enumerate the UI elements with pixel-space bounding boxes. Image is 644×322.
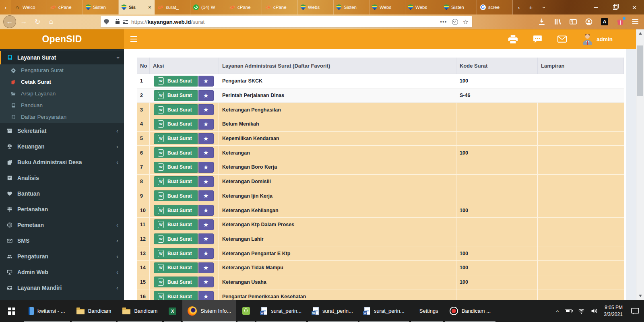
buat-surat-button[interactable]: Buat Surat xyxy=(154,76,198,87)
menu-hamburger-icon[interactable] xyxy=(632,19,638,24)
sidebar-toggle-icon[interactable] xyxy=(570,18,577,25)
tab-scroll-left-icon[interactable]: ‹ xyxy=(0,0,11,14)
print-icon[interactable] xyxy=(508,35,518,43)
taskbar-item[interactable]: Bandicam xyxy=(71,300,117,322)
browser-tab[interactable]: Webs xyxy=(405,0,441,14)
sidebar-item[interactable]: Layanan Surat ‹ xyxy=(0,51,124,64)
taskbar-item[interactable]: surat_perin... xyxy=(359,300,410,322)
whats-new-gift-icon[interactable] xyxy=(617,18,624,25)
taskbar-clock[interactable]: 9:05 PM 3/3/2021 xyxy=(604,304,623,317)
favorite-star-button[interactable] xyxy=(198,291,214,300)
buat-surat-button[interactable]: Buat Surat xyxy=(154,219,198,230)
buat-surat-button[interactable]: Buat Surat xyxy=(154,147,198,158)
sidebar-collapse-icon[interactable] xyxy=(130,36,137,42)
buat-surat-button[interactable]: Buat Surat xyxy=(154,291,198,300)
taskbar-item[interactable]: Bandicam xyxy=(117,300,163,322)
lock-icon[interactable] xyxy=(116,21,120,24)
buat-surat-button[interactable]: Buat Surat xyxy=(154,190,198,201)
sidebar-item[interactable]: Daftar Persyaratan xyxy=(0,111,124,123)
tray-expand-icon[interactable]: ‹ xyxy=(555,310,561,312)
taskbar-item[interactable]: Bandicam ... xyxy=(444,300,496,322)
favorite-star-button[interactable] xyxy=(198,205,214,216)
browser-tab[interactable]: Webs xyxy=(369,0,405,14)
library-icon[interactable] xyxy=(554,18,561,25)
sidebar-item[interactable]: Cetak Surat xyxy=(0,76,124,88)
browser-tab[interactable]: Webs xyxy=(298,0,334,14)
browser-tab[interactable]: Sisten xyxy=(334,0,369,14)
taskbar-item[interactable]: surat_perin... xyxy=(308,300,358,322)
app-logo[interactable]: OpenSID xyxy=(0,29,124,49)
buat-surat-button[interactable]: Buat Surat xyxy=(154,248,198,259)
buat-surat-button[interactable]: Buat Surat xyxy=(154,262,198,273)
window-restore-button[interactable] xyxy=(605,0,625,14)
sidebar-item[interactable]: Sekretariat ‹ xyxy=(0,123,124,138)
sidebar-item[interactable]: Keuangan ‹ xyxy=(0,138,124,154)
taskbar-item[interactable] xyxy=(163,300,182,322)
browser-tab[interactable]: cPane xyxy=(262,0,298,14)
favorite-star-button[interactable] xyxy=(198,248,214,259)
favorite-star-button[interactable] xyxy=(198,162,214,173)
scroll-down-arrow-icon[interactable] xyxy=(636,293,644,299)
buat-surat-button[interactable]: Buat Surat xyxy=(154,176,198,187)
permissions-icon[interactable] xyxy=(123,20,128,24)
battery-icon[interactable] xyxy=(565,309,572,313)
page-actions-icon[interactable]: ••• xyxy=(440,19,447,25)
account-icon[interactable] xyxy=(585,18,592,25)
favorite-star-button[interactable] xyxy=(198,190,214,201)
browser-tab[interactable]: cPane xyxy=(226,0,262,14)
url-text[interactable]: https://kayangan.web.id/surat xyxy=(131,19,204,25)
mail-icon[interactable] xyxy=(557,35,567,43)
favorite-star-button[interactable] xyxy=(198,233,214,244)
pocket-icon[interactable] xyxy=(452,19,458,25)
sidebar-item[interactable]: Layanan Mandiri ‹ xyxy=(0,280,124,295)
sidebar-item[interactable]: SMS ‹ xyxy=(0,233,124,248)
favorite-star-button[interactable] xyxy=(198,147,214,158)
browser-tab[interactable]: (14) W xyxy=(190,0,226,14)
buat-surat-button[interactable]: Buat Surat xyxy=(154,90,198,101)
tab-close-icon[interactable]: × xyxy=(148,4,151,10)
tab-dropdown-icon[interactable]: ‹ xyxy=(537,0,549,14)
favorite-star-button[interactable] xyxy=(198,219,214,230)
download-icon[interactable] xyxy=(538,18,545,25)
wifi-icon[interactable] xyxy=(578,308,585,314)
buat-surat-button[interactable]: Buat Surat xyxy=(154,277,198,287)
bookmark-star-icon[interactable]: ☆ xyxy=(463,18,469,26)
browser-tab[interactable]: cPane xyxy=(47,0,83,14)
sidebar-item[interactable]: Panduan xyxy=(0,99,124,111)
scroll-up-arrow-icon[interactable] xyxy=(636,30,644,37)
tracking-protection-icon[interactable] xyxy=(104,19,109,25)
back-button[interactable]: ← xyxy=(3,15,16,28)
buat-surat-button[interactable]: Buat Surat xyxy=(154,205,198,216)
page-scrollbar[interactable] xyxy=(636,29,644,300)
favorite-star-button[interactable] xyxy=(198,76,214,87)
buat-surat-button[interactable]: Buat Surat xyxy=(154,104,198,115)
favorite-star-button[interactable] xyxy=(198,277,214,287)
taskbar-item[interactable]: Sistem Info... xyxy=(182,300,236,322)
favorite-star-button[interactable] xyxy=(198,119,214,130)
sidebar-item[interactable]: Pengaturan ‹ xyxy=(0,248,124,264)
taskbar-item[interactable] xyxy=(237,300,255,322)
sidebar-item[interactable]: Bantuan xyxy=(0,186,124,201)
browser-tab[interactable]: surat_ xyxy=(155,0,190,14)
start-button[interactable] xyxy=(0,300,23,322)
tab-scroll-right-icon[interactable]: › xyxy=(513,0,525,14)
browser-tab[interactable]: Sis × xyxy=(119,0,155,14)
browser-tab[interactable]: Sisten xyxy=(83,0,119,14)
favorite-star-button[interactable] xyxy=(198,176,214,187)
window-close-button[interactable]: × xyxy=(625,0,644,14)
home-button[interactable]: ⌂ xyxy=(45,16,57,28)
taskbar-item[interactable]: Settings xyxy=(411,300,444,322)
favorite-star-button[interactable] xyxy=(198,90,214,101)
buat-surat-button[interactable]: Buat Surat xyxy=(154,233,198,244)
reload-button[interactable]: ↻ xyxy=(31,16,43,28)
sidebar-item[interactable]: Analisis xyxy=(0,170,124,186)
volume-icon[interactable] xyxy=(591,308,598,314)
favorite-star-button[interactable] xyxy=(198,262,214,273)
buat-surat-button[interactable]: Buat Surat xyxy=(154,162,198,173)
forward-button[interactable]: → xyxy=(18,16,30,28)
new-tab-button[interactable]: + xyxy=(525,0,537,14)
buat-surat-button[interactable]: Buat Surat xyxy=(154,133,198,144)
taskbar-item[interactable]: kwitansi - ... xyxy=(23,300,70,322)
sidebar-item[interactable]: Pemetaan ‹ xyxy=(0,217,124,233)
url-bar[interactable]: https://kayangan.web.id/surat ••• ☆ xyxy=(101,16,472,27)
